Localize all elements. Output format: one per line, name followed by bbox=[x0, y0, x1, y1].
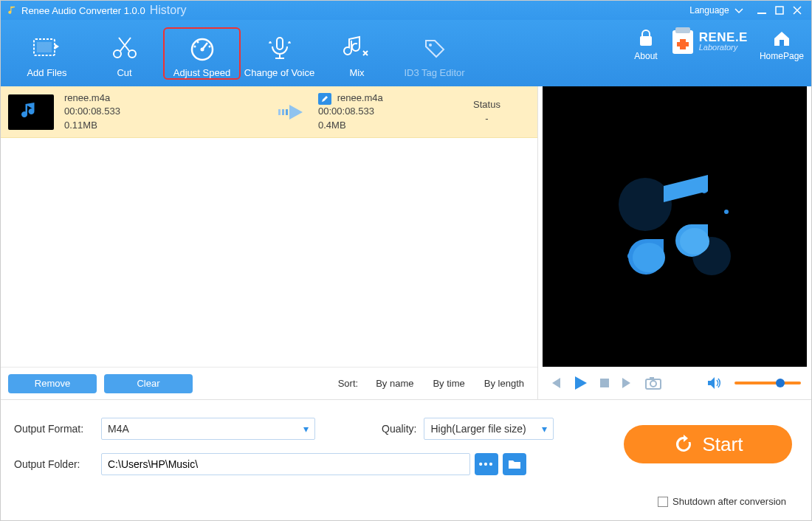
mix-icon bbox=[318, 33, 396, 63]
svg-rect-11 bbox=[277, 38, 283, 49]
svg-rect-19 bbox=[286, 109, 288, 115]
add-files-button[interactable]: Add Files bbox=[8, 29, 86, 78]
app-icon bbox=[7, 5, 17, 15]
svg-rect-17 bbox=[278, 109, 281, 115]
remove-button[interactable]: Remove bbox=[8, 374, 97, 393]
change-voice-button[interactable]: Change of Voice bbox=[241, 29, 318, 78]
status-header: Status bbox=[444, 98, 530, 111]
source-info: renee.m4a 00:00:08.533 0.11MB bbox=[64, 92, 271, 132]
source-duration: 00:00:08.533 bbox=[64, 105, 271, 118]
language-dropdown[interactable]: Language bbox=[689, 5, 748, 15]
source-size: 0.11MB bbox=[64, 119, 271, 132]
quality-value: High(Larger file size) bbox=[430, 423, 526, 435]
svg-rect-0 bbox=[757, 13, 766, 14]
open-folder-button[interactable] bbox=[503, 453, 526, 475]
prev-button[interactable] bbox=[548, 376, 562, 390]
toolbar-label: Mix bbox=[318, 67, 396, 78]
svg-point-10 bbox=[196, 41, 199, 43]
clear-button[interactable]: Clear bbox=[104, 374, 193, 393]
toolbar-label: Adjust Speed bbox=[165, 67, 239, 78]
snapshot-button[interactable] bbox=[644, 376, 662, 390]
maximize-button[interactable] bbox=[771, 4, 788, 17]
sort-by-length[interactable]: By length bbox=[478, 378, 530, 389]
svg-rect-18 bbox=[282, 109, 284, 115]
stop-button[interactable] bbox=[599, 377, 610, 389]
dest-duration: 00:00:08.533 bbox=[318, 105, 444, 118]
svg-point-4 bbox=[114, 50, 121, 58]
shutdown-label: Shutdown after conversion bbox=[672, 496, 786, 507]
preview-panel bbox=[538, 86, 811, 399]
about-label: About bbox=[634, 51, 657, 61]
lock-icon bbox=[634, 26, 657, 51]
brand-logo: RENE.E Laboratory bbox=[670, 26, 748, 57]
title-bar: Renee Audio Converter 1.0.0 History Lang… bbox=[1, 1, 811, 20]
minimize-button[interactable] bbox=[754, 4, 770, 17]
arrow-icon bbox=[271, 102, 318, 123]
mix-button[interactable]: Mix bbox=[318, 29, 396, 78]
browse-button[interactable]: ••• bbox=[475, 453, 498, 475]
svg-rect-13 bbox=[640, 36, 652, 46]
checkbox-icon bbox=[658, 497, 668, 507]
play-button[interactable] bbox=[572, 375, 588, 391]
toolbar-label: Cut bbox=[86, 67, 163, 78]
player-controls bbox=[538, 367, 811, 399]
svg-rect-15 bbox=[675, 27, 690, 33]
adjust-speed-button[interactable]: Adjust Speed bbox=[163, 27, 241, 80]
dest-info: renee.m4a 00:00:08.533 0.4MB bbox=[318, 92, 444, 132]
svg-point-20 bbox=[619, 178, 672, 231]
close-button[interactable] bbox=[789, 4, 805, 17]
quality-dropdown[interactable]: High(Larger file size) ▾ bbox=[424, 418, 554, 440]
file-panel: renee.m4a 00:00:08.533 0.11MB renee.m4a … bbox=[1, 86, 538, 399]
dest-name: renee.m4a bbox=[337, 92, 383, 103]
status-col: Status - bbox=[444, 98, 530, 125]
chevron-down-icon: ▾ bbox=[303, 423, 309, 435]
edit-icon bbox=[318, 93, 331, 105]
toolbar-label: Add Files bbox=[8, 67, 86, 78]
preview-area bbox=[543, 86, 807, 367]
language-label: Language bbox=[689, 5, 729, 15]
volume-slider[interactable] bbox=[734, 382, 801, 384]
svg-rect-27 bbox=[600, 379, 609, 387]
sort-by-name[interactable]: By name bbox=[370, 378, 419, 389]
file-list: renee.m4a 00:00:08.533 0.11MB renee.m4a … bbox=[1, 86, 537, 367]
refresh-icon bbox=[673, 434, 694, 455]
svg-point-29 bbox=[650, 381, 656, 387]
about-link[interactable]: About bbox=[634, 26, 657, 61]
svg-point-7 bbox=[200, 47, 204, 51]
volume-icon[interactable] bbox=[706, 376, 721, 390]
list-footer: Remove Clear Sort: By name By time By le… bbox=[1, 367, 537, 399]
chevron-down-icon: ▾ bbox=[542, 423, 547, 435]
toolbar-label: Change of Voice bbox=[241, 67, 318, 78]
history-link[interactable]: History bbox=[150, 4, 187, 17]
app-title: Renee Audio Converter 1.0.0 bbox=[21, 5, 145, 16]
output-format-label: Output Format: bbox=[14, 423, 101, 435]
output-format-value: M4A bbox=[108, 423, 129, 435]
microphone-icon bbox=[241, 33, 318, 63]
output-folder-input[interactable] bbox=[101, 453, 470, 475]
svg-rect-30 bbox=[650, 377, 654, 380]
brand-name: RENE.E bbox=[699, 31, 748, 44]
homepage-link[interactable]: HomePage bbox=[760, 26, 804, 61]
svg-point-8 bbox=[193, 45, 196, 47]
next-button[interactable] bbox=[621, 376, 634, 390]
file-row[interactable]: renee.m4a 00:00:08.533 0.11MB renee.m4a … bbox=[1, 86, 537, 138]
dest-size: 0.4MB bbox=[318, 119, 444, 132]
file-thumbnail bbox=[8, 94, 54, 130]
id3-tag-button: ID3 Tag Editor bbox=[396, 29, 473, 78]
svg-point-9 bbox=[208, 45, 210, 47]
svg-point-25 bbox=[633, 243, 665, 272]
main-area: renee.m4a 00:00:08.533 0.11MB renee.m4a … bbox=[1, 86, 811, 399]
quality-label: Quality: bbox=[382, 423, 416, 435]
output-format-dropdown[interactable]: M4A ▾ bbox=[101, 418, 315, 440]
sort-label: Sort: bbox=[338, 378, 358, 389]
cut-button[interactable]: Cut bbox=[86, 29, 163, 78]
start-button[interactable]: Start bbox=[624, 425, 792, 463]
start-label: Start bbox=[703, 433, 743, 456]
add-files-icon bbox=[8, 33, 86, 63]
svg-point-24 bbox=[724, 210, 729, 214]
output-folder-label: Output Folder: bbox=[14, 458, 101, 470]
shutdown-checkbox[interactable]: Shutdown after conversion bbox=[658, 496, 786, 507]
toolbar-right: About RENE.E Laboratory HomePage bbox=[634, 26, 804, 61]
sort-by-time[interactable]: By time bbox=[427, 378, 470, 389]
svg-rect-3 bbox=[37, 42, 52, 52]
